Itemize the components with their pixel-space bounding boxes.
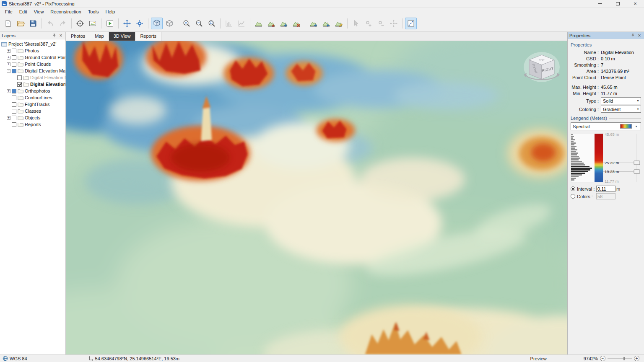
move-point-button <box>388 18 400 29</box>
start-processing-button[interactable] <box>104 18 116 29</box>
zoom-slider-handle[interactable] <box>623 357 625 360</box>
layer-item-flighttracks[interactable]: FlightTracks <box>0 101 65 108</box>
expand-icon[interactable]: + <box>7 49 10 53</box>
dem-crop-button[interactable] <box>291 18 302 29</box>
layer-visibility-checkbox[interactable] <box>12 102 16 107</box>
field-label: Min. Height : <box>571 91 601 96</box>
layer-item-photos[interactable]: +Photos <box>0 47 65 54</box>
navigation-cube[interactable]: TOP FRONT RIGHT <box>523 49 561 83</box>
layer-item-classes[interactable]: Classes <box>0 108 65 114</box>
close-button[interactable]: × <box>626 0 644 7</box>
terrain-3d-view[interactable]: TOP FRONT RIGHT <box>66 41 567 354</box>
gcp-manager-button[interactable] <box>74 18 86 29</box>
type-value: Solid <box>603 98 613 103</box>
layer-visibility-checkbox[interactable] <box>12 55 16 60</box>
dem-import-button[interactable] <box>320 18 332 29</box>
open-project-button[interactable] <box>15 18 26 29</box>
layer-item-digital-elevation-maps[interactable]: −Digital Elevation Maps <box>0 67 65 74</box>
layer-item-orthophotos[interactable]: +Orthophotos <box>0 88 65 94</box>
close-panel-icon[interactable]: × <box>58 33 64 39</box>
interval-input[interactable] <box>596 186 615 192</box>
view-tabs: PhotosMap3D ViewReports <box>66 32 567 41</box>
tab-3d-view[interactable]: 3D View <box>109 32 136 41</box>
layer-visibility-checkbox[interactable] <box>12 109 16 114</box>
legend-upper-label: 25.32 m <box>605 160 619 165</box>
layer-visibility-checkbox[interactable] <box>12 96 16 100</box>
interval-radio[interactable] <box>571 186 575 191</box>
dem-generate-button[interactable] <box>253 18 265 29</box>
folder-icon <box>18 55 23 60</box>
layer-visibility-checkbox[interactable] <box>12 62 16 67</box>
tab-map[interactable]: Map <box>90 32 109 41</box>
legend-lower-slider[interactable] <box>634 170 640 173</box>
layer-visibility-checkbox[interactable] <box>12 89 16 93</box>
zoom-in-button[interactable]: + <box>634 356 639 361</box>
legend-histogram[interactable]: 45.65 m 25.32 m 19.23 m 11.77 m <box>571 132 642 184</box>
rotate-left-arrow-icon[interactable] <box>524 73 527 77</box>
menu-item-file[interactable]: File <box>2 8 16 15</box>
redo-button <box>57 18 69 29</box>
layer-item-project-skersai387-v2[interactable]: Project 'Skersai387_v2' <box>0 41 65 47</box>
colors-radio[interactable] <box>571 194 575 199</box>
pin-icon[interactable] <box>51 33 57 39</box>
layer-visibility-checkbox[interactable] <box>17 75 22 80</box>
dem-export-button[interactable] <box>308 18 319 29</box>
dem-edit-button[interactable] <box>333 18 345 29</box>
minimize-button[interactable] <box>591 0 609 7</box>
layer-item-objects[interactable]: +Objects <box>0 114 65 121</box>
layer-label: Digital Elevation Maps <box>25 68 65 73</box>
new-project-button[interactable] <box>2 18 14 29</box>
folder-icon <box>18 89 23 93</box>
dem-point-button[interactable] <box>265 18 277 29</box>
legend-upper-slider[interactable] <box>634 161 640 165</box>
layer-item-point-clouds[interactable]: +Point Clouds <box>0 61 65 67</box>
close-panel-icon[interactable]: × <box>636 33 642 39</box>
zoom-slider[interactable] <box>608 358 632 359</box>
group-title: Lengend (Meters) <box>571 116 607 121</box>
menu-item-view[interactable]: View <box>31 8 47 15</box>
toolbar-separator <box>42 18 42 28</box>
menu-item-tools[interactable]: Tools <box>85 8 102 15</box>
layer-visibility-checkbox[interactable] <box>12 116 16 120</box>
expand-icon[interactable]: + <box>7 62 10 66</box>
dem-add-area-button[interactable] <box>278 18 290 29</box>
expand-icon[interactable]: + <box>7 116 10 120</box>
layer-item-digital-elevation-map-1[interactable]: Digital Elevation Map 1 <box>0 74 65 81</box>
collapse-icon[interactable]: − <box>7 69 10 73</box>
tab-photos[interactable]: Photos <box>66 32 90 41</box>
maximize-button[interactable] <box>609 0 626 7</box>
layer-visibility-checkbox[interactable] <box>12 49 16 53</box>
layer-item-ground-control-points[interactable]: +Ground Control Points <box>0 54 65 61</box>
zoom-out-button[interactable] <box>193 18 205 29</box>
layer-item-contourlines[interactable]: ContourLines <box>0 94 65 101</box>
menu-item-help[interactable]: Help <box>102 8 118 15</box>
rotate-right-arrow-icon[interactable] <box>557 73 560 77</box>
layer-item-reports[interactable]: Reports <box>0 121 65 128</box>
folder-icon <box>18 102 23 107</box>
wireframe-view-button[interactable] <box>164 18 175 29</box>
menu-item-edit[interactable]: Edit <box>16 8 31 15</box>
image-viewer-button[interactable] <box>87 18 99 29</box>
pin-icon[interactable] <box>630 33 636 39</box>
layer-item-digital-elevation-map-2[interactable]: Digital Elevation Map 2 <box>0 81 65 88</box>
zoom-extents-button[interactable] <box>206 18 218 29</box>
layer-visibility-checkbox[interactable] <box>12 69 16 73</box>
dem-crop-icon <box>292 19 301 28</box>
zoom-out-button[interactable]: − <box>600 356 605 361</box>
solid-view-button[interactable] <box>151 18 163 29</box>
tab-reports[interactable]: Reports <box>135 32 161 41</box>
expand-icon[interactable]: + <box>7 89 10 93</box>
save-project-button[interactable] <box>27 18 39 29</box>
type-select[interactable]: Solid ▾ <box>601 97 641 104</box>
pan-view-button[interactable] <box>121 18 133 29</box>
palette-select[interactable]: Spectral ▾ <box>571 122 641 130</box>
zoom-in-button[interactable] <box>181 18 192 29</box>
coloring-label: Coloring : <box>571 107 601 112</box>
expand-icon[interactable]: + <box>7 56 10 59</box>
measure-grid-button[interactable] <box>405 18 417 29</box>
menu-item-reconstruction[interactable]: Reconstruction <box>47 8 84 15</box>
layer-visibility-checkbox[interactable] <box>17 82 22 87</box>
move-view-button[interactable] <box>134 18 145 29</box>
layer-visibility-checkbox[interactable] <box>12 122 16 127</box>
coloring-select[interactable]: Gradient ▾ <box>601 106 641 113</box>
